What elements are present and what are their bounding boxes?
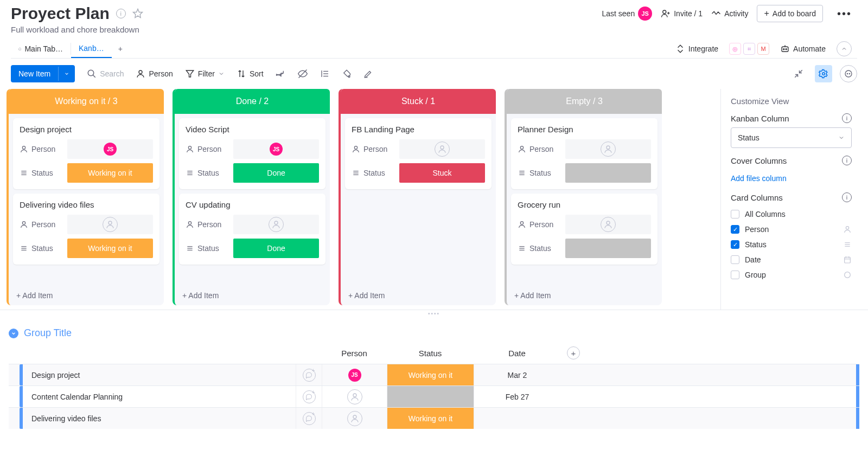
resizer-handle[interactable]: •••• — [0, 310, 868, 317]
checkbox[interactable]: ✓ — [731, 225, 739, 234]
group-caret[interactable] — [9, 329, 18, 338]
activity-button[interactable]: Activity — [711, 9, 748, 18]
status-cell[interactable]: Stuck — [399, 163, 485, 183]
cell-date[interactable]: Mar 2 — [474, 364, 560, 385]
column-header[interactable]: Working on it / 3 — [9, 89, 164, 114]
status-cell[interactable]: Done — [233, 239, 319, 258]
last-seen[interactable]: Last seen JS — [602, 7, 652, 21]
column-header[interactable]: Stuck / 1 — [341, 89, 496, 114]
check-all-columns[interactable]: All Columns — [731, 207, 852, 222]
info-icon[interactable]: i — [842, 192, 852, 202]
cell-name[interactable]: Design project — [27, 364, 296, 385]
pin-icon[interactable] — [276, 69, 285, 79]
status-cell[interactable]: Working on it — [67, 163, 153, 183]
th-date[interactable]: Date — [474, 344, 560, 362]
edit-icon[interactable] — [363, 69, 373, 79]
checkbox[interactable] — [731, 255, 739, 264]
table-row[interactable]: Design project JS Working on it Mar 2 — [9, 364, 859, 385]
add-item-button[interactable]: + Add Item — [507, 286, 662, 305]
checkbox[interactable] — [731, 271, 739, 279]
star-icon[interactable] — [132, 8, 143, 19]
person-cell[interactable] — [233, 215, 319, 234]
cell-person[interactable] — [322, 386, 387, 407]
cell-date[interactable] — [474, 408, 560, 429]
more-menu-icon[interactable]: ••• — [832, 8, 857, 20]
kanban-card[interactable]: Planner Design Person Status — [511, 118, 658, 189]
cell-person[interactable] — [322, 408, 387, 429]
collapse-icon[interactable] — [790, 65, 807, 82]
person-cell[interactable] — [67, 215, 153, 234]
chat-icon[interactable] — [303, 390, 316, 403]
check-date[interactable]: Date — [731, 252, 852, 267]
add-to-board-button[interactable]: + Add to board — [757, 5, 823, 22]
checkbox[interactable]: ✓ — [731, 240, 739, 249]
cell-date[interactable]: Feb 27 — [474, 386, 560, 407]
comment-icon[interactable] — [840, 65, 857, 82]
sort-button[interactable]: Sort — [237, 69, 264, 79]
table-row[interactable]: Content Calendar Planning Feb 27 — [9, 385, 859, 407]
person-filter-button[interactable]: Person — [136, 69, 173, 79]
integration-icon-3[interactable]: M — [757, 43, 769, 55]
status-cell[interactable] — [565, 163, 651, 183]
check-person[interactable]: ✓ Person — [731, 222, 852, 237]
new-item-caret[interactable] — [58, 67, 75, 81]
th-status[interactable]: Status — [387, 344, 474, 362]
invite-button[interactable]: Invite / 1 — [661, 9, 703, 18]
person-cell[interactable] — [399, 139, 485, 159]
status-cell[interactable] — [565, 239, 651, 258]
tab-kanban[interactable]: Kanb… — [71, 40, 112, 58]
add-item-button[interactable]: + Add Item — [341, 286, 496, 305]
person-cell[interactable]: JS — [67, 139, 153, 159]
cell-chat[interactable] — [296, 408, 322, 429]
kanban-card[interactable]: Video Script Person JS Status Done — [179, 118, 326, 189]
cell-status[interactable]: Working on it — [387, 364, 474, 385]
info-icon[interactable]: i — [116, 9, 126, 18]
person-cell[interactable] — [565, 139, 651, 159]
column-header[interactable]: Empty / 3 — [507, 89, 662, 114]
kanban-card[interactable]: FB Landing Page Person Status Stuck — [345, 118, 492, 189]
integrate-button[interactable]: Integrate — [675, 44, 718, 54]
hide-icon[interactable] — [297, 68, 308, 79]
integration-icon-2[interactable]: ⌗ — [743, 43, 755, 55]
th-person[interactable]: Person — [322, 344, 387, 362]
group-title[interactable]: Group Title — [24, 327, 72, 339]
collapse-header-button[interactable] — [837, 41, 852, 56]
cell-chat[interactable] — [296, 386, 322, 407]
cell-chat[interactable] — [296, 364, 322, 385]
new-item-button[interactable]: New Item — [11, 65, 75, 82]
table-row[interactable]: Delivering video files Working on it — [9, 407, 859, 429]
info-icon[interactable]: i — [842, 156, 852, 165]
kanban-card[interactable]: Grocery run Person Status — [511, 194, 658, 265]
integration-icon-1[interactable]: ◎ — [729, 43, 741, 55]
cell-status[interactable]: Working on it — [387, 408, 474, 429]
check-group[interactable]: Group — [731, 267, 852, 282]
cell-status[interactable] — [387, 386, 474, 407]
kanban-card[interactable]: CV updating Person Status Done — [179, 194, 326, 265]
person-cell[interactable]: JS — [233, 139, 319, 159]
page-title[interactable]: Proyect Plan — [11, 4, 110, 23]
add-item-button[interactable]: + Add Item — [175, 286, 330, 305]
chat-icon[interactable] — [303, 369, 316, 382]
add-view-button[interactable]: + — [112, 40, 129, 57]
kanban-card[interactable]: Design project Person JS Status Working … — [13, 118, 159, 189]
kanban-column-select[interactable]: Status — [731, 127, 852, 148]
checkbox[interactable] — [731, 210, 739, 218]
kanban-card[interactable]: Delivering video files Person Status Wor… — [13, 194, 159, 265]
person-cell[interactable] — [565, 215, 651, 234]
column-header[interactable]: Done / 2 — [175, 89, 330, 114]
tab-main[interactable]: Main Tab… — [11, 40, 71, 57]
color-icon[interactable] — [342, 69, 352, 79]
chat-icon[interactable] — [303, 412, 316, 425]
status-cell[interactable]: Working on it — [67, 239, 153, 258]
cell-name[interactable]: Delivering video files — [27, 408, 296, 429]
cell-person[interactable]: JS — [322, 364, 387, 385]
check-status[interactable]: ✓ Status — [731, 237, 852, 252]
add-files-link[interactable]: Add files column — [731, 174, 787, 183]
add-item-button[interactable]: + Add Item — [9, 286, 164, 305]
status-cell[interactable]: Done — [233, 163, 319, 183]
filter-button[interactable]: Filter — [185, 69, 225, 79]
cell-name[interactable]: Content Calendar Planning — [27, 386, 296, 407]
automate-button[interactable]: Automate — [780, 44, 826, 54]
search-button[interactable]: Search — [87, 69, 124, 79]
height-icon[interactable] — [320, 69, 330, 79]
